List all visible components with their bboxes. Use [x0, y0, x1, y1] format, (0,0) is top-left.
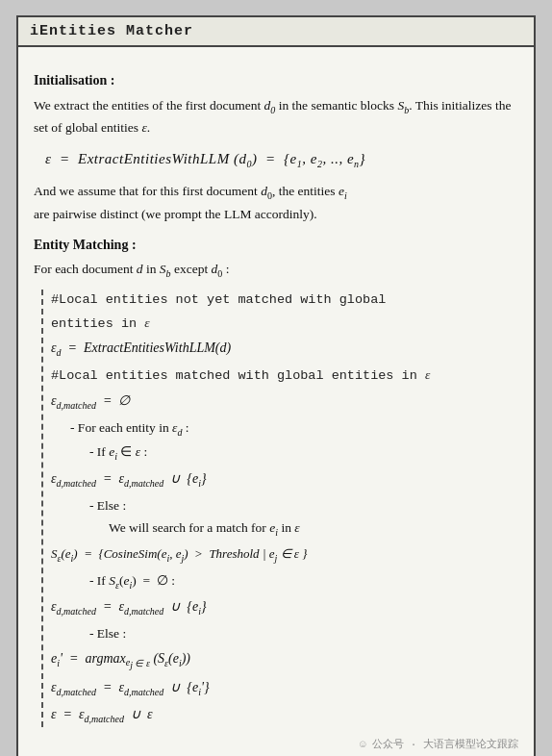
- Sb-inline: Sb: [397, 98, 409, 113]
- init-para2: And we assume that for this first docume…: [34, 181, 518, 224]
- title-bar: iEntities Matcher: [18, 17, 534, 47]
- global-update: ε = εd,matched ∪ ε: [51, 704, 518, 727]
- e-prime-line: ei' = argmaxej ∈ ε (Sε(ei)): [51, 648, 518, 674]
- ed-matched-init: εd,matched = ∅: [51, 391, 518, 414]
- ed-formula: εd = ExtractEntitiesWithLLM(d): [51, 338, 518, 361]
- matched-update1: εd,matched = εd,matched ∪ {ei}: [51, 468, 518, 491]
- comment1: #Local entities not yet matched with glo…: [51, 290, 518, 311]
- else2-line: - Else :: [89, 623, 518, 644]
- else1-text: We will search for a match for ei in ε: [109, 517, 518, 541]
- watermark-text: 公众号 · 大语言模型论文跟踪: [372, 739, 518, 750]
- matching-para: For each document d in Sb except d0 :: [34, 259, 518, 282]
- for-each-line: - For each entity in εd :: [70, 417, 518, 441]
- init-para1: We extract the entities of the first doc…: [34, 95, 518, 139]
- matching-heading: Entity Matching :: [34, 235, 518, 256]
- else1-line: - Else :: [89, 495, 518, 517]
- comment2: entities in ε: [51, 313, 518, 335]
- matched-update3: εd,matched = εd,matched ∪ {ei'}: [51, 677, 518, 700]
- content-area: Initialisation : We extract the entities…: [18, 47, 534, 756]
- matched-update2: εd,matched = εd,matched ∪ {ei}: [51, 596, 518, 619]
- init-heading: Initialisation :: [34, 70, 518, 91]
- page-title: iEntities Matcher: [30, 23, 193, 39]
- se-formula: Sε(ei) = {CosineSim(ei, ej) > Threshold …: [51, 544, 518, 567]
- dashed-block: #Local entities not yet matched with glo…: [41, 290, 518, 727]
- if-ei-line: - If ei ∈ ε :: [89, 441, 518, 465]
- watermark: ☺ 公众号 · 大语言模型论文跟踪: [34, 737, 518, 753]
- if-se-empty-line: - If Sε(ei) = ∅ :: [89, 570, 518, 593]
- init-formula: ε = ExtractEntitiesWithLLM (d0) = {e1, e…: [45, 148, 518, 172]
- d0-inline: d0: [264, 98, 276, 113]
- main-container: iEntities Matcher Initialisation : We ex…: [16, 15, 536, 756]
- epsilon-inline: ε: [141, 120, 146, 135]
- comment3: #Local entities matched with global enti…: [51, 365, 518, 387]
